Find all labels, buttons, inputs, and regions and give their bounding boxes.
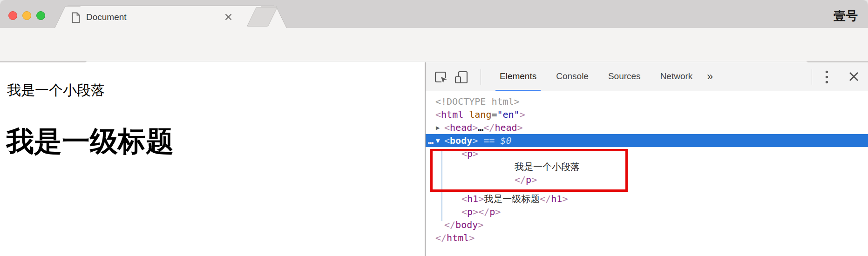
devtools-tab-sources[interactable]: Sources <box>598 62 651 91</box>
code-token-tag: head <box>495 122 517 133</box>
devtools-panel: ElementsConsoleSourcesNetwork» <!DOCTYPE… <box>426 62 868 256</box>
dom-tree-row[interactable]: ▶<head>…</head> <box>426 121 868 134</box>
browser-tab[interactable]: Document <box>68 6 274 28</box>
code-token-br: > <box>472 135 478 146</box>
dom-tree-row[interactable]: …▼<body> == $0 <box>426 134 868 147</box>
browser-toolbar: file:///Users/smyhvae/Dropbox/smyhvae.co… <box>0 28 868 62</box>
overflow-ellipsis[interactable]: … <box>428 134 434 147</box>
code-token-tag: h1 <box>467 193 478 204</box>
code-token-br: > <box>517 122 523 133</box>
device-toolbar-icon[interactable] <box>454 70 469 86</box>
page-heading: 我是一级标题 <box>6 123 174 161</box>
devtools-toolbar: ElementsConsoleSourcesNetwork» <box>426 62 868 91</box>
code-token-br: > <box>495 206 501 217</box>
code-token-br: </ <box>478 206 489 217</box>
code-token-plain <box>463 109 469 120</box>
code-token-br: < <box>435 109 441 120</box>
page-paragraph: 我是一个小段落 <box>7 81 105 100</box>
code-token-br: < <box>444 135 450 146</box>
dom-tree-row[interactable]: <p></p> <box>426 205 868 218</box>
code-token-plain: = <box>491 109 497 120</box>
profile-name-label: 壹号 <box>834 8 858 24</box>
toolbar-separator <box>812 69 812 85</box>
code-token-tag: html <box>441 109 463 120</box>
code-token-tag: p <box>467 206 473 217</box>
dom-tree-row[interactable]: </body> <box>426 218 868 231</box>
page-viewport: 我是一个小段落 我是一级标题 <box>0 62 425 256</box>
devtools-tab-more[interactable]: » <box>702 62 718 91</box>
dom-tree-row[interactable]: <!DOCTYPE html> <box>426 95 868 108</box>
code-token-attr: lang <box>469 109 491 120</box>
devtools-menu-icon[interactable] <box>825 70 828 86</box>
tab-close-icon[interactable] <box>224 13 232 23</box>
traffic-light-close-button[interactable] <box>8 11 17 20</box>
code-token-br: > <box>478 193 484 204</box>
code-token-tag: body <box>455 219 478 230</box>
code-token-tag: html <box>447 232 469 243</box>
traffic-light-minimize-button[interactable] <box>22 11 31 20</box>
code-token-ell: … <box>478 122 483 133</box>
code-token-br: </ <box>483 122 495 133</box>
browser-window: Document 壹号 file:///Users/smyhvae/Dropbo… <box>0 0 868 256</box>
devtools-tab-console[interactable]: Console <box>546 62 598 91</box>
code-token-br: </ <box>435 232 447 243</box>
code-token-br: </ <box>540 193 551 204</box>
code-token-tag: h1 <box>551 193 562 204</box>
code-token-tag: body <box>450 135 472 146</box>
code-token-br: > <box>472 122 478 133</box>
code-token-dol: $0 <box>500 135 511 146</box>
code-token-tag: head <box>450 122 472 133</box>
inspect-element-icon[interactable] <box>434 70 448 86</box>
tab-title: Document <box>86 12 127 22</box>
code-token-br: < <box>461 206 467 217</box>
code-token-text: 我是一级标题 <box>484 193 540 204</box>
toolbar-separator <box>481 69 481 85</box>
red-annotation-box <box>430 149 628 192</box>
devtools-close-icon[interactable] <box>848 71 859 84</box>
expand-arrow-closed-icon[interactable]: ▶ <box>436 121 440 134</box>
document-page-icon <box>71 12 81 25</box>
dom-tree-row[interactable]: </html> <box>426 231 868 244</box>
code-token-br: < <box>444 122 450 133</box>
expand-arrow-open-icon[interactable]: ▼ <box>436 134 440 147</box>
devtools-tab-network[interactable]: Network <box>651 62 703 91</box>
devtools-tabs: ElementsConsoleSourcesNetwork» <box>490 62 718 91</box>
dom-tree-row[interactable]: <h1>我是一级标题</h1> <box>426 192 868 205</box>
browser-tab-bar: Document 壹号 <box>0 0 868 28</box>
code-token-br: > <box>562 193 568 204</box>
code-token-val: "en" <box>497 109 519 120</box>
code-token-br: </ <box>444 219 455 230</box>
code-token-gray: <!DOCTYPE html> <box>435 96 520 107</box>
code-token-tag: p <box>489 206 495 217</box>
code-token-br: > <box>473 206 478 217</box>
dom-tree-row[interactable]: <html lang="en"> <box>426 108 868 121</box>
code-token-eq: == <box>478 135 500 146</box>
traffic-light-zoom-button[interactable] <box>36 11 45 20</box>
devtools-tab-elements[interactable]: Elements <box>490 62 546 91</box>
code-token-br: > <box>520 109 525 120</box>
code-token-br: < <box>461 193 467 204</box>
code-token-br: > <box>478 219 483 230</box>
code-token-br: > <box>469 232 475 243</box>
